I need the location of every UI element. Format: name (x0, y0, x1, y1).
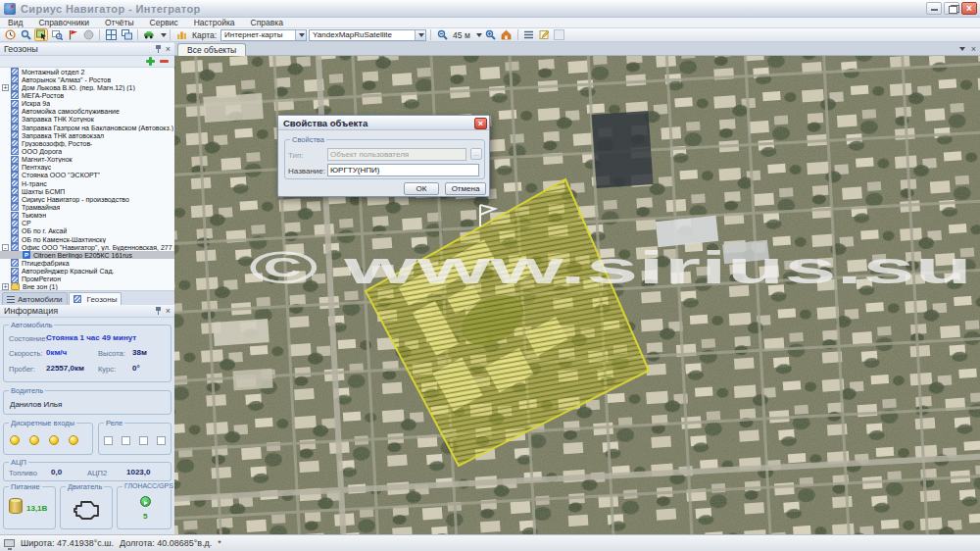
tree-item[interactable]: Монтажный отдел 2 (0, 68, 174, 75)
vehicle-group-label: Автомобиль (9, 321, 54, 329)
menu-item[interactable]: Сервис (142, 18, 186, 28)
engine-group-label: Двигатель (66, 482, 104, 491)
tree-item[interactable]: Авторейнджер Красный Сад. (0, 268, 174, 276)
pin-icon[interactable] (155, 307, 162, 316)
menu-item[interactable]: Настройка (186, 18, 243, 28)
menu-item[interactable]: Отчёты (97, 18, 142, 28)
geozone-icon (11, 124, 19, 131)
panel-tab-geozones[interactable]: Геозоны (69, 292, 122, 305)
tab-close-icon[interactable]: × (971, 45, 976, 54)
tree-item[interactable]: Шахты БСМП (0, 187, 174, 195)
tree-item-label: ОБ по г. Аксай (22, 227, 67, 234)
tree-item[interactable]: Авторынок "Алмаз" - Ростов (0, 75, 174, 83)
tree-item[interactable]: +Вне зон (1) (0, 283, 174, 290)
legend-icon[interactable] (522, 28, 536, 41)
geozone-icon (11, 195, 19, 203)
map-source-select[interactable]: Интернет-карты (220, 29, 307, 41)
menu-item[interactable]: Справочники (30, 18, 97, 28)
combo-dropdown-icon[interactable] (295, 30, 306, 40)
gps-group: ГЛОНАСС/GPS 5 (117, 486, 172, 529)
tree-item[interactable]: Пентхаус (0, 164, 174, 172)
expand-toggle-icon[interactable]: - (2, 244, 9, 251)
zoom-window-icon[interactable] (50, 28, 64, 41)
tile-windows-icon[interactable] (104, 28, 118, 41)
tree-item[interactable]: Заправка ТНК Хотунок (0, 116, 174, 124)
cascade-windows-icon[interactable] (120, 28, 133, 41)
tree-item[interactable]: Заправка ТНК автовокзал (0, 131, 174, 139)
tree-item[interactable]: Трамвайная (0, 203, 174, 211)
stop-icon[interactable] (81, 28, 95, 41)
zoom-in-icon[interactable] (484, 28, 498, 41)
geozone-icon (11, 116, 19, 124)
zoom-scale-dropdown-icon[interactable] (474, 30, 482, 40)
tree-item[interactable]: -Офис ООО "Навигатор", ул. Буденновская,… (0, 243, 174, 251)
chart-icon[interactable] (174, 28, 188, 41)
panel-tab-vehicles[interactable]: Автомобили (2, 292, 68, 305)
tree-item[interactable]: Н-транс (0, 179, 174, 187)
combo-dropdown-icon[interactable] (415, 30, 425, 40)
tree-item-label: Пентхаус (22, 164, 51, 171)
remove-geozone-icon[interactable] (160, 57, 169, 66)
tree-item[interactable]: Искра 9а (0, 100, 174, 108)
menu-item[interactable]: Справка (243, 18, 291, 28)
tree-item[interactable]: Автомойка самообслуживание (0, 108, 174, 116)
flag-icon[interactable] (66, 28, 79, 41)
cancel-button[interactable]: Отмена (445, 182, 486, 195)
tree-item[interactable]: Заправка Газпром на Баклановском (Автово… (0, 124, 174, 131)
tree-item[interactable]: Тьюмэн (0, 212, 174, 220)
relay-checkbox[interactable] (157, 436, 166, 445)
zoom-out-icon[interactable] (435, 28, 449, 41)
dialog-close-icon[interactable]: × (474, 118, 487, 129)
restore-button[interactable] (944, 2, 959, 15)
vehicle-menu-dropdown-icon[interactable] (158, 30, 166, 40)
object-name-input[interactable] (327, 164, 479, 176)
vehicle-menu-icon[interactable] (142, 28, 156, 41)
tree-item-label: Citroen Berlingo Е205КС 161rus (33, 252, 132, 259)
panel-close-icon[interactable]: × (166, 45, 171, 54)
ok-button[interactable]: ОК (404, 182, 439, 195)
menu-item[interactable]: Вид (0, 18, 30, 28)
geozone-icon (11, 276, 19, 283)
select-on-map-icon[interactable] (34, 28, 48, 41)
pin-icon[interactable] (155, 45, 162, 54)
tree-item[interactable]: ПромРегион (0, 276, 174, 283)
expand-toggle-icon[interactable]: + (2, 84, 9, 91)
search-icon[interactable] (19, 28, 32, 41)
tree-item[interactable]: +Дом Лыкова В.Ю. (пер. Магн.12) (1) (0, 83, 174, 91)
edit-icon[interactable] (538, 28, 552, 41)
tree-item[interactable]: СР (0, 220, 174, 227)
tree-item[interactable]: МЕГА-Ростов (0, 91, 174, 99)
input-led-icon (49, 435, 59, 445)
tree-item-label: Офис ООО "Навигатор", ул. Буденновская, … (22, 244, 174, 251)
map-layer-select[interactable]: YandexMapRuSatellite (309, 29, 426, 41)
map-tab-all-objects[interactable]: Все объекты (177, 43, 246, 56)
geozone-icon (11, 179, 19, 187)
tree-item[interactable]: Стоянка ООО "ЭСКОРТ" (0, 172, 174, 179)
fuel-label: Топливо (9, 469, 37, 477)
relay-checkbox[interactable] (104, 436, 113, 445)
tree-item[interactable]: ОБ по Каменск-Шахтинску (0, 235, 174, 243)
tree-item[interactable]: PCitroen Berlingo Е205КС 161rus (0, 251, 174, 259)
tree-item[interactable]: Грузовозофф, Ростов- (0, 139, 174, 147)
toolbar-separator (137, 29, 138, 40)
expand-toggle-icon[interactable]: + (2, 283, 9, 290)
relay-checkbox[interactable] (122, 436, 130, 445)
tree-item[interactable]: ООО Дорога (0, 147, 174, 155)
toolbar-separator (430, 29, 431, 40)
add-geozone-icon[interactable] (146, 57, 155, 66)
panel-close-icon[interactable]: × (166, 307, 171, 316)
tree-item[interactable]: Сириус Навигатор - производство (0, 195, 174, 203)
panel-icon[interactable] (554, 29, 564, 40)
tab-list-dropdown-icon[interactable] (957, 44, 965, 54)
relay-checkbox[interactable] (139, 436, 148, 445)
state-value: Стоянка 1 час 49 минут (46, 333, 136, 342)
home-icon[interactable] (500, 28, 514, 41)
minimize-button[interactable] (926, 2, 942, 15)
tree-item[interactable]: Магнит-Хотунок (0, 156, 174, 164)
clock-icon[interactable] (3, 28, 17, 41)
tree-item[interactable]: ОБ по г. Аксай (0, 227, 174, 235)
object-properties-dialog: Свойства объекта × Свойства Тип: ... Наз… (277, 115, 490, 197)
dialog-title-bar[interactable]: Свойства объекта (278, 116, 489, 130)
tree-item[interactable]: Птицефабрика (0, 259, 174, 267)
close-button[interactable] (961, 2, 977, 15)
